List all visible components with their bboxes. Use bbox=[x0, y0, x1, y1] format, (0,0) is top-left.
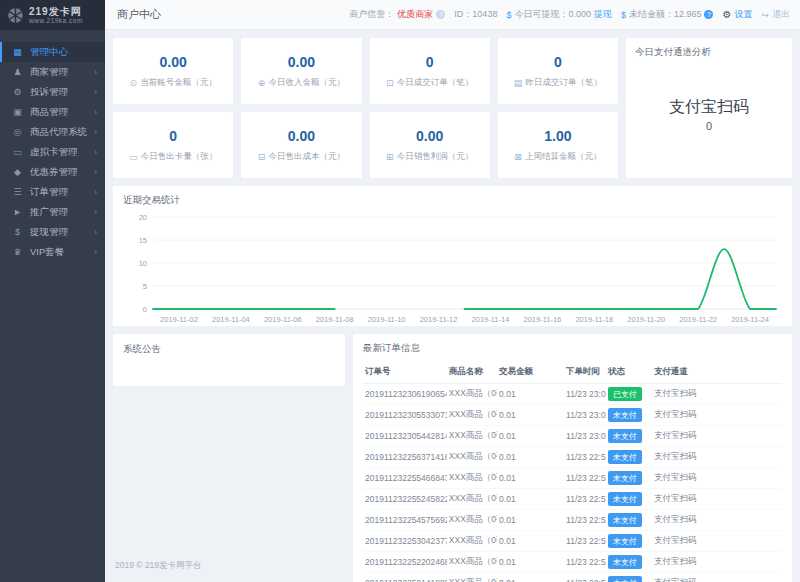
order-time: 11/23 22:56:36 bbox=[564, 447, 606, 468]
order-row: 2019112322552458221 XXX商品（0张） 0.01 11/23… bbox=[363, 489, 782, 510]
orders-column-header: 支付通道 bbox=[652, 362, 782, 384]
sidebar-menu-item[interactable]: ▭ 虚拟卡管理 › bbox=[0, 142, 105, 162]
settings-button[interactable]: ⚙ 设置 bbox=[722, 8, 752, 21]
order-amount: 0.01 bbox=[497, 426, 564, 447]
order-status-cell: 未支付 bbox=[606, 468, 652, 489]
withdraw-link[interactable]: 提现 bbox=[594, 8, 612, 21]
orders-table: 订单号商品名称交易金额下单时间状态支付通道 201911232306190654… bbox=[363, 362, 782, 582]
stat-value: 0 bbox=[554, 54, 562, 70]
stat-label: 昨日成交订单（笔） bbox=[525, 77, 602, 89]
sidebar-menu-item[interactable]: $ 提现管理 › bbox=[0, 222, 105, 242]
order-amount: 0.01 bbox=[497, 405, 564, 426]
logout-button[interactable]: ↪ 退出 bbox=[761, 8, 790, 21]
chevron-right-icon: › bbox=[94, 167, 97, 177]
order-amount: 0.01 bbox=[497, 468, 564, 489]
order-status-cell: 未支付 bbox=[606, 405, 652, 426]
svg-text:2019-11-02: 2019-11-02 bbox=[160, 315, 198, 324]
svg-text:2019-11-18: 2019-11-18 bbox=[575, 315, 613, 324]
pay-channel-body: 支付宝扫码 0 bbox=[635, 97, 783, 132]
sidebar-menu-item[interactable]: ☰ 订单管理 › bbox=[0, 182, 105, 202]
orders-column-header: 交易金额 bbox=[497, 362, 564, 384]
dollar-icon: $ bbox=[506, 10, 511, 20]
order-status-cell: 未支付 bbox=[606, 531, 652, 552]
sidebar-menu-item[interactable]: ⚙ 投诉管理 › bbox=[0, 82, 105, 102]
sidebar-menu-item[interactable]: ♟ 商家管理 › bbox=[0, 62, 105, 82]
pay-channel-count: 0 bbox=[635, 120, 783, 132]
status-badge: 未支付 bbox=[608, 471, 642, 485]
stat-label: 今日成交订单（笔） bbox=[397, 77, 474, 89]
income-icon: ⊕ bbox=[258, 78, 266, 88]
order-channel: 支付宝扫码 bbox=[652, 384, 782, 405]
stat-card: 0.00 ⊟ 今日售出成本（元） bbox=[241, 112, 361, 178]
stat-label-row: ⊕ 今日收入金额（元） bbox=[258, 77, 345, 89]
reputation-help-icon[interactable]: ? bbox=[436, 10, 445, 19]
stats-grid: 0.00 ⊙ 当前账号金额（元） 0.00 ⊕ 今日收入金额（元） bbox=[113, 38, 618, 178]
order-row: 2019112322563714167 XXX商品（0张） 0.01 11/23… bbox=[363, 447, 782, 468]
sidebar-item-label: 订单管理 bbox=[30, 186, 68, 199]
order-time: 11/23 22:55:24 bbox=[564, 489, 606, 510]
announcement-title: 系统公告 bbox=[123, 343, 335, 356]
sidebar-menu-item[interactable]: ▣ 商品管理 › bbox=[0, 102, 105, 122]
settlement-icon: ⊠ bbox=[514, 152, 522, 162]
stats-row: 0.00 ⊙ 当前账号金额（元） 0.00 ⊕ 今日收入金额（元） bbox=[113, 38, 792, 178]
stat-card: 0 ▤ 昨日成交订单（笔） bbox=[498, 38, 618, 104]
merchant-id: ID：10438 bbox=[454, 8, 497, 21]
brand-subtitle: www.219ka.com bbox=[29, 17, 83, 24]
unsettled-group: $ 未结金额：12.965 ? bbox=[621, 8, 714, 21]
sidebar-menu-item[interactable]: ► 推广管理 › bbox=[0, 202, 105, 222]
sidebar-item-label: 投诉管理 bbox=[30, 86, 68, 99]
order-amount: 0.01 bbox=[497, 510, 564, 531]
stat-label-row: ▤ 昨日成交订单（笔） bbox=[514, 77, 602, 89]
stat-label: 当前账号金额（元） bbox=[140, 77, 217, 89]
orders-column-header: 订单号 bbox=[363, 362, 447, 384]
order-channel: 支付宝扫码 bbox=[652, 405, 782, 426]
pay-channel-title: 今日支付通道分析 bbox=[635, 46, 783, 59]
sidebar-menu-item[interactable]: ♛ VIP套餐 › bbox=[0, 242, 105, 262]
svg-text:5: 5 bbox=[143, 282, 147, 291]
balance-icon: ⊙ bbox=[130, 78, 138, 88]
vip-icon: ♛ bbox=[12, 247, 23, 257]
svg-text:2019-11-22: 2019-11-22 bbox=[679, 315, 717, 324]
order-number: 2019112322563714167 bbox=[363, 447, 447, 468]
sidebar-item-label: 商品管理 bbox=[30, 106, 68, 119]
orders-column-header: 状态 bbox=[606, 362, 652, 384]
stat-value: 0.00 bbox=[160, 54, 187, 70]
stat-card: 0.00 ⊙ 当前账号金额（元） bbox=[113, 38, 233, 104]
sidebar-item-label: VIP套餐 bbox=[30, 246, 64, 259]
brand-logo: 219发卡网 www.219ka.com bbox=[0, 0, 105, 30]
order-status-cell: 未支付 bbox=[606, 489, 652, 510]
svg-text:10: 10 bbox=[139, 259, 147, 268]
stat-label-row: ⊡ 今日成交订单（笔） bbox=[386, 77, 473, 89]
svg-text:15: 15 bbox=[139, 236, 147, 245]
logout-label: 退出 bbox=[772, 8, 790, 21]
stat-card: 0 ⊡ 今日成交订单（笔） bbox=[370, 38, 490, 104]
stat-label-row: ▭ 今日售出卡量（张） bbox=[129, 151, 217, 163]
order-number: 2019112322554668430 bbox=[363, 468, 447, 489]
chart-title: 近期交易统计 bbox=[123, 194, 782, 207]
sidebar-item-label: 商品代理系统 bbox=[30, 126, 87, 139]
coupon-icon: ◆ bbox=[12, 167, 23, 177]
withdraw-icon: $ bbox=[12, 227, 23, 237]
stat-card: 0.00 ⊕ 今日收入金额（元） bbox=[241, 38, 361, 104]
chevron-right-icon: › bbox=[94, 67, 97, 77]
sidebar-menu-item[interactable]: ◎ 商品代理系统 › bbox=[0, 122, 105, 142]
sidebar-menu-item[interactable]: ◆ 优惠券管理 › bbox=[0, 162, 105, 182]
unsettled-help-icon[interactable]: ? bbox=[704, 10, 713, 19]
sidebar-item-label: 提现管理 bbox=[30, 226, 68, 239]
stat-label-row: ⊞ 今日销售利润（元） bbox=[386, 151, 473, 163]
yesterday-orders-icon: ▤ bbox=[514, 78, 523, 88]
svg-text:2019-11-16: 2019-11-16 bbox=[523, 315, 561, 324]
chevron-right-icon: › bbox=[94, 107, 97, 117]
withdrawable-group: $ 今日可提现：0.000 提现 bbox=[506, 8, 612, 21]
order-row: 2019112322545756928 XXX商品（0张） 0.01 11/23… bbox=[363, 510, 782, 531]
order-product: XXX商品（0张） bbox=[447, 531, 497, 552]
sidebar-menu-item[interactable]: ▦ 管理中心 bbox=[0, 42, 105, 62]
transactions-chart-card: 近期交易统计 051015202019-11-022019-11-042019-… bbox=[113, 186, 792, 326]
sidebar-item-label: 推广管理 bbox=[30, 206, 68, 219]
order-row: 2019112322554668430 XXX商品（0张） 0.01 11/23… bbox=[363, 468, 782, 489]
unsettled-text: 未结金额：12.965 bbox=[629, 8, 702, 21]
order-status-cell: 未支付 bbox=[606, 426, 652, 447]
sidebar: 219发卡网 www.219ka.com ▦ 管理中心 ♟ 商家管理 › bbox=[0, 0, 105, 582]
stat-value: 0.00 bbox=[288, 54, 315, 70]
stat-label: 今日收入金额（元） bbox=[268, 77, 345, 89]
